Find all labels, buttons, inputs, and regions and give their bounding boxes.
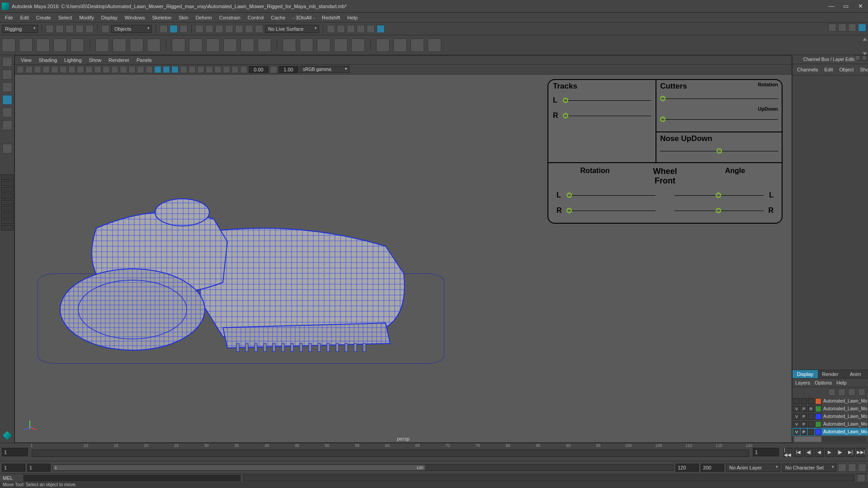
- vp-gamma-field[interactable]: [278, 66, 298, 73]
- toggle-channel-box-icon[interactable]: [858, 23, 866, 32]
- shelf-button-2[interactable]: [19, 38, 33, 52]
- redo-icon[interactable]: [85, 25, 94, 33]
- set-key-icon[interactable]: [848, 464, 856, 472]
- shelf-button-24[interactable]: [428, 38, 441, 52]
- layer-p-toggle[interactable]: P: [801, 421, 807, 427]
- scale-tool-icon[interactable]: [2, 120, 12, 130]
- layer-new-selected-icon[interactable]: [858, 389, 865, 396]
- shelf-button-8[interactable]: [130, 38, 143, 52]
- menu-display[interactable]: Display: [98, 14, 121, 21]
- make-live-icon[interactable]: [255, 25, 263, 33]
- snap-point-icon[interactable]: [215, 25, 223, 33]
- shelf-button-17[interactable]: [300, 38, 313, 52]
- layout-two-stack-icon[interactable]: [1, 193, 14, 199]
- layer-color-swatch[interactable]: [815, 398, 821, 404]
- vp-wireframe-icon[interactable]: [128, 66, 136, 73]
- vp-lights-icon[interactable]: [163, 66, 170, 73]
- layout-hypershade-icon[interactable]: [1, 219, 14, 224]
- snap-live-icon[interactable]: [235, 25, 243, 33]
- vp-colorspace-dropdown[interactable]: sRGB gamma: [300, 66, 349, 73]
- vp-camera-attr-icon[interactable]: [25, 66, 33, 73]
- layer-color-swatch[interactable]: [815, 413, 821, 420]
- channel-tab-channels[interactable]: Channels: [795, 66, 820, 73]
- anim-layer-dropdown[interactable]: No Anim Layer: [726, 464, 780, 472]
- script-editor-icon[interactable]: [857, 474, 865, 482]
- live-surface-dropdown[interactable]: No Live Surface: [265, 25, 319, 33]
- timeline-current-field-right[interactable]: [753, 448, 779, 456]
- menu-control[interactable]: Control: [245, 14, 267, 21]
- shelf-button-7[interactable]: [113, 38, 126, 52]
- menu-deform[interactable]: Deform: [193, 14, 215, 21]
- menu-skin[interactable]: Skin: [175, 14, 191, 21]
- vp-menu-panels[interactable]: Panels: [133, 56, 155, 64]
- layer-color-swatch[interactable]: [815, 406, 821, 412]
- vp-motion-blur-icon[interactable]: [189, 66, 196, 73]
- layer-color-swatch[interactable]: [815, 429, 821, 435]
- layer-menu-layers[interactable]: Layers: [795, 380, 810, 385]
- paint-select-tool-icon[interactable]: [2, 82, 12, 92]
- shelf-button-20[interactable]: [351, 38, 365, 52]
- layer-row[interactable]: VPAutomated_Lawn_Mov: [793, 413, 868, 420]
- menu-skeleton[interactable]: Skeleton: [149, 14, 175, 21]
- rotate-tool-icon[interactable]: [2, 108, 12, 117]
- snap-curve-icon[interactable]: [205, 25, 213, 33]
- menu-create[interactable]: Create: [33, 14, 54, 21]
- select-by-hierarchy-icon[interactable]: [160, 25, 168, 33]
- render-view-icon[interactable]: [377, 25, 385, 33]
- step-forward-button[interactable]: |▶: [835, 448, 844, 457]
- shelf-scroll[interactable]: [863, 38, 867, 55]
- layer-tab-display[interactable]: Display: [793, 370, 818, 378]
- shelf-button-23[interactable]: [410, 38, 424, 52]
- vp-wire-on-shaded-icon[interactable]: [154, 66, 161, 73]
- shelf-button-18[interactable]: [317, 38, 330, 52]
- layout-four-icon[interactable]: [1, 181, 14, 186]
- range-end-field[interactable]: [701, 464, 724, 472]
- tracks-r-slider[interactable]: [563, 116, 651, 116]
- last-tool-icon[interactable]: [2, 144, 12, 154]
- vp-menu-view[interactable]: View: [18, 56, 35, 64]
- menu-select[interactable]: Select: [55, 14, 75, 21]
- layout-two-side-icon[interactable]: [1, 187, 14, 192]
- shelf-button-4[interactable]: [53, 38, 67, 52]
- layer-row[interactable]: Automated_Lawn_Mov: [793, 397, 868, 405]
- vp-exposure-field[interactable]: [249, 66, 269, 73]
- wheel-angle-l-slider[interactable]: [675, 195, 764, 196]
- menu-redshift[interactable]: Redshift: [319, 14, 343, 21]
- range-vis-end-field[interactable]: [675, 464, 699, 472]
- layer-row[interactable]: VPAutomated_Lawn_Mov: [793, 420, 868, 428]
- nose-updown-slider[interactable]: [660, 151, 778, 151]
- timeline-current-field-left[interactable]: [2, 448, 28, 456]
- vp-exposure-icon[interactable]: [240, 66, 247, 73]
- layer-r-toggle[interactable]: [808, 413, 814, 420]
- move-tool-icon[interactable]: [2, 95, 12, 105]
- selection-mask-dropdown[interactable]: Objects: [111, 25, 152, 33]
- channel-tab-edit[interactable]: Edit: [822, 66, 835, 73]
- channel-tab-show[interactable]: Show: [858, 66, 868, 73]
- layer-r-toggle[interactable]: [808, 429, 814, 435]
- shelf-button-21[interactable]: [376, 38, 390, 52]
- vp-menu-shading[interactable]: Shading: [36, 56, 60, 64]
- menu-constrain[interactable]: Constrain: [216, 14, 244, 21]
- menu-modify[interactable]: Modify: [76, 14, 97, 21]
- vp-grease-icon[interactable]: [60, 66, 67, 73]
- step-forward-key-button[interactable]: ▶|: [846, 448, 855, 457]
- panel-maximize-icon[interactable]: [862, 55, 867, 61]
- command-lang-label[interactable]: MEL: [3, 475, 21, 481]
- menu-edit[interactable]: Edit: [17, 14, 32, 21]
- vp-bookmark-icon[interactable]: [34, 66, 41, 73]
- menu-file[interactable]: File: [2, 14, 16, 21]
- shelf-button-14[interactable]: [241, 38, 254, 52]
- maximize-button[interactable]: ▭: [843, 3, 849, 9]
- select-tool-icon[interactable]: [2, 57, 12, 67]
- range-start-field[interactable]: [2, 464, 25, 472]
- vp-gamma-icon[interactable]: [270, 66, 277, 73]
- vp-menu-show[interactable]: Show: [86, 56, 105, 64]
- shelf-button-15[interactable]: [258, 38, 271, 52]
- snap-view-icon[interactable]: [245, 25, 253, 33]
- command-input[interactable]: [24, 475, 241, 481]
- layer-tab-render[interactable]: Render: [818, 370, 843, 378]
- play-forward-button[interactable]: ▶: [825, 448, 834, 457]
- new-scene-icon[interactable]: [46, 25, 54, 33]
- vp-safe-action-icon[interactable]: [111, 66, 118, 73]
- close-button[interactable]: ✕: [857, 3, 863, 9]
